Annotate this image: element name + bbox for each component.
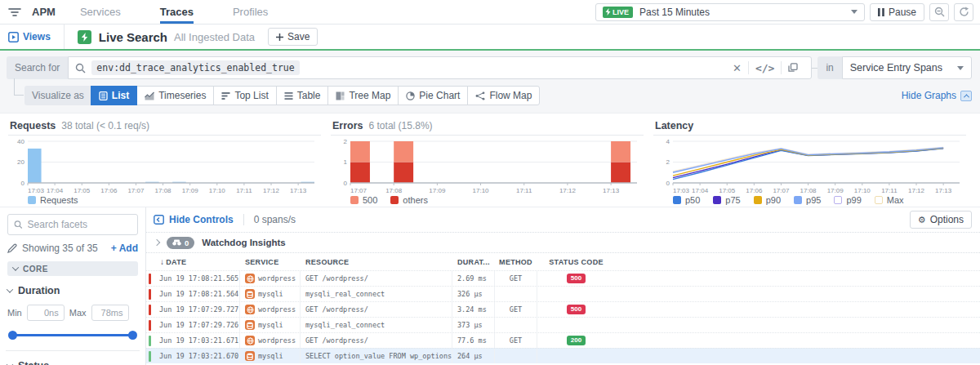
viz-mode-flow-map[interactable]: Flow Map bbox=[467, 86, 540, 105]
min-label: Min bbox=[7, 308, 22, 318]
column-header-resource[interactable]: RESOURCE bbox=[300, 253, 452, 270]
svg-text:17:12: 17:12 bbox=[908, 187, 925, 194]
connector bbox=[812, 56, 817, 79]
charts-row: Requests38 total (< 0.1 req/s)0204017:03… bbox=[0, 114, 980, 207]
search-query-token[interactable]: env:dd_trace_analytics_enabled_true bbox=[91, 60, 299, 75]
views-icon bbox=[8, 32, 19, 42]
cell-service: mysqli bbox=[239, 349, 300, 363]
column-header-method[interactable]: METHOD bbox=[494, 253, 537, 270]
search-icon bbox=[75, 63, 86, 73]
refresh-icon bbox=[959, 7, 969, 17]
chevron-down-icon bbox=[12, 264, 19, 270]
cell-status-code: 500 bbox=[537, 271, 615, 286]
clear-search-icon[interactable]: ✕ bbox=[726, 62, 748, 74]
tab-profiles[interactable]: Profiles bbox=[233, 0, 268, 24]
cell-duration: 326 µs bbox=[452, 287, 494, 301]
hide-controls-button[interactable]: Hide Controls bbox=[154, 214, 234, 225]
legend-item[interactable]: Requests bbox=[28, 195, 78, 205]
cell-date: Jun 19 17:08:21.564 bbox=[154, 287, 239, 301]
svg-text:1: 1 bbox=[344, 158, 348, 166]
svg-text:17:05: 17:05 bbox=[74, 187, 91, 194]
legend-item[interactable]: p95 bbox=[794, 195, 821, 205]
options-button[interactable]: ⚙ Options bbox=[910, 211, 972, 229]
search-input[interactable]: env:dd_trace_analytics_enabled_true ✕ </… bbox=[68, 56, 812, 79]
svg-text:0: 0 bbox=[21, 180, 25, 187]
views-button[interactable]: Views bbox=[8, 31, 64, 42]
tab-services[interactable]: Services bbox=[80, 0, 121, 24]
divider bbox=[243, 214, 244, 225]
legend-item[interactable]: p50 bbox=[673, 195, 700, 205]
latency-chart-plot[interactable]: 02417:0317:0417:0517:0617:0717:0817:0917… bbox=[653, 137, 964, 194]
chart-subtitle: 6 total (15.8%) bbox=[369, 120, 433, 131]
duration-facet-header[interactable]: Duration bbox=[7, 285, 138, 296]
facet-search-box[interactable] bbox=[7, 214, 138, 235]
legend-item[interactable]: p99 bbox=[834, 195, 861, 205]
column-header-status-code[interactable]: STATUS CODE bbox=[537, 253, 615, 270]
tab-traces[interactable]: Traces bbox=[160, 0, 194, 24]
collapse-menu-icon[interactable] bbox=[8, 0, 22, 24]
zoom-out-button[interactable] bbox=[929, 3, 949, 21]
duration-range-slider[interactable] bbox=[10, 331, 136, 340]
legend-item[interactable]: Max bbox=[875, 195, 904, 205]
watchdog-insights-row[interactable]: 0 Watchdog Insights bbox=[146, 232, 980, 253]
slider-handle-min[interactable] bbox=[8, 331, 17, 340]
core-section-header[interactable]: CORE bbox=[7, 261, 138, 276]
chart-title: Latency bbox=[655, 120, 693, 131]
legend-item[interactable]: p90 bbox=[754, 195, 781, 205]
status-facet-header[interactable]: Status bbox=[7, 360, 138, 365]
svg-text:17:07: 17:07 bbox=[773, 187, 790, 194]
copy-icon[interactable] bbox=[782, 63, 804, 73]
cell-date: Jun 19 17:03:21.671 bbox=[154, 333, 239, 348]
add-facet-button[interactable]: + Add bbox=[111, 243, 138, 254]
page-title: Live Search bbox=[99, 30, 167, 44]
svg-text:17:09: 17:09 bbox=[429, 187, 446, 194]
table-row[interactable]: Jun 19 17:07:29.726mysqlimysqli_real_con… bbox=[146, 317, 980, 332]
column-header-service[interactable]: SERVICE bbox=[239, 253, 300, 270]
table-row[interactable]: Jun 19 17:03:21.671wordpressGET /wordpre… bbox=[146, 332, 980, 348]
column-header-durat-[interactable]: DURAT... bbox=[452, 253, 494, 270]
save-button[interactable]: Save bbox=[268, 28, 318, 46]
pause-button[interactable]: Pause bbox=[870, 3, 924, 21]
table-row[interactable]: Jun 19 17:03:21.670mysqliSELECT option_v… bbox=[146, 348, 980, 363]
watchdog-badge: 0 bbox=[167, 237, 194, 249]
facet-search-input[interactable] bbox=[28, 219, 131, 230]
search-scope-select[interactable]: Service Entry Spans bbox=[842, 56, 972, 79]
cell-service: mysqli bbox=[239, 287, 300, 301]
svg-text:17:13: 17:13 bbox=[290, 187, 307, 194]
cell-method bbox=[494, 287, 537, 301]
treemap-icon bbox=[336, 91, 345, 100]
code-view-icon[interactable]: </> bbox=[749, 62, 781, 74]
column-header-date[interactable]: ↓DATE bbox=[154, 253, 239, 270]
legend-item[interactable]: 500 bbox=[350, 195, 377, 205]
time-range-selector[interactable]: LIVE Past 15 Minutes bbox=[595, 3, 865, 21]
pause-icon bbox=[878, 8, 884, 16]
duration-min-input[interactable] bbox=[27, 305, 65, 321]
requests-chart-plot[interactable]: 0204017:0317:0417:0517:0617:0717:0817:09… bbox=[8, 137, 318, 194]
duration-max-input[interactable] bbox=[91, 305, 129, 321]
visualize-as-label: Visualize as bbox=[24, 86, 91, 105]
viz-mode-tree-map[interactable]: Tree Map bbox=[327, 86, 399, 105]
cell-status-code bbox=[537, 318, 615, 332]
viz-mode-pie-chart[interactable]: Pie Chart bbox=[398, 86, 468, 105]
table-row[interactable]: Jun 19 17:08:21.564mysqlimysqli_real_con… bbox=[146, 286, 980, 301]
viz-mode-top-list[interactable]: Top List bbox=[213, 86, 276, 105]
errors-chart-plot[interactable]: 01217:0717:0817:0917:1017:1117:1217:13 bbox=[331, 137, 641, 194]
hide-graphs-link[interactable]: Hide Graphs bbox=[902, 90, 972, 101]
viz-mode-timeseries[interactable]: Timeseries bbox=[136, 86, 214, 105]
chevron-right-icon bbox=[154, 239, 160, 246]
viz-mode-table[interactable]: Table bbox=[276, 86, 329, 105]
cell-method: GET bbox=[494, 271, 537, 286]
refresh-button[interactable] bbox=[954, 3, 973, 21]
edit-pencil-icon[interactable] bbox=[7, 243, 17, 253]
legend-item[interactable]: p75 bbox=[713, 195, 740, 205]
time-range-label: Past 15 Minutes bbox=[639, 7, 844, 18]
sort-descending-icon[interactable]: ↓ bbox=[160, 257, 164, 266]
viz-mode-list[interactable]: List bbox=[91, 86, 137, 105]
collapse-graphs-icon bbox=[960, 91, 972, 101]
slider-handle-max[interactable] bbox=[128, 331, 137, 340]
legend-item[interactable]: others bbox=[390, 195, 428, 205]
svg-text:2: 2 bbox=[666, 158, 670, 166]
table-row[interactable]: Jun 19 17:08:21.565wordpressGET /wordpre… bbox=[146, 270, 980, 286]
legend-swatch bbox=[875, 196, 883, 204]
table-row[interactable]: Jun 19 17:07:29.727wordpressGET /wordpre… bbox=[146, 301, 980, 317]
